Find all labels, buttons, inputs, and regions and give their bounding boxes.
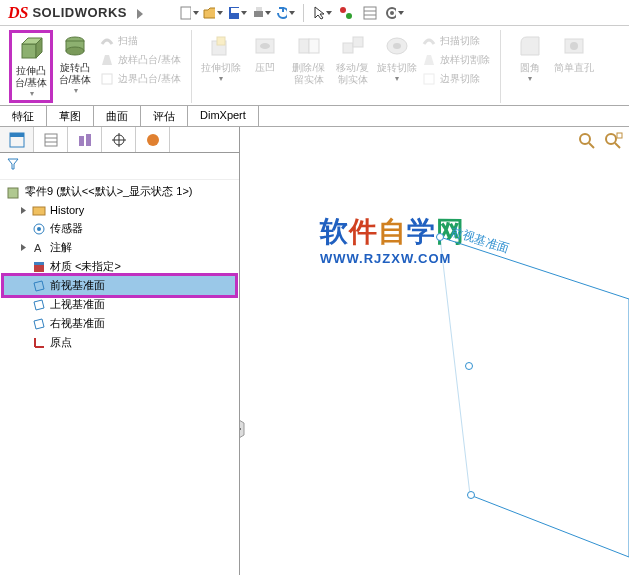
move-copy-button[interactable]: 移动/复制实体	[331, 30, 375, 88]
sweep-cut-button[interactable]: 扫描切除	[419, 32, 492, 50]
save-button[interactable]	[227, 3, 247, 23]
sweep-button[interactable]: 扫描	[97, 32, 183, 50]
svg-point-11	[390, 11, 394, 15]
display-tab[interactable]	[136, 127, 170, 152]
svg-rect-12	[22, 44, 36, 58]
part-icon	[6, 185, 22, 199]
revolve-icon	[61, 32, 89, 60]
tree-sensors[interactable]: 传感器	[4, 219, 235, 238]
loft-icon	[99, 52, 115, 68]
print-button[interactable]	[251, 3, 271, 23]
origin-icon	[31, 336, 47, 350]
fillet-button[interactable]: 圆角 ▾	[508, 30, 552, 85]
svg-rect-16	[102, 74, 112, 84]
expand-icon[interactable]	[18, 243, 28, 253]
svg-text:A: A	[34, 242, 42, 254]
svg-rect-24	[353, 37, 363, 47]
svg-point-5	[340, 7, 346, 13]
settings-button[interactable]	[384, 3, 404, 23]
svg-rect-36	[86, 134, 91, 146]
options-icon[interactable]	[360, 3, 380, 23]
plane-handle[interactable]	[465, 362, 473, 370]
tree-annotations[interactable]: A 注解	[4, 238, 235, 257]
tab-sketch[interactable]: 草图	[47, 106, 94, 126]
plane-icon	[31, 317, 47, 331]
plane-icon	[31, 279, 47, 293]
svg-rect-0	[181, 7, 191, 19]
revolve-cut-icon	[383, 32, 411, 60]
svg-rect-4	[256, 7, 262, 11]
svg-rect-47	[34, 262, 44, 265]
dropdown-arrow-icon: ▾	[30, 89, 34, 98]
chamfer-button[interactable]: 简单直孔	[552, 30, 596, 76]
undo-button[interactable]	[275, 3, 295, 23]
feature-tree-tab[interactable]	[0, 127, 34, 152]
svg-line-57	[470, 495, 629, 557]
svg-rect-7	[364, 7, 376, 19]
extrude-cut-button[interactable]: 拉伸切除 ▾	[199, 30, 243, 85]
filter-row	[0, 153, 239, 180]
command-tabs: 特征 草图 曲面 评估 DimXpert	[0, 105, 629, 127]
delete-keep-button[interactable]: 删除/保留实体	[287, 30, 331, 88]
svg-point-20	[260, 43, 270, 49]
svg-rect-23	[343, 43, 353, 53]
svg-rect-3	[254, 11, 263, 17]
config-tab[interactable]	[68, 127, 102, 152]
revolve-boss-button[interactable]: 旋转凸台/基体 ▾	[53, 30, 97, 97]
quick-toolbar	[179, 3, 404, 23]
svg-rect-42	[33, 207, 45, 215]
property-tab[interactable]	[34, 127, 68, 152]
annotation-icon: A	[31, 241, 47, 255]
sensor-icon	[31, 222, 47, 236]
history-icon	[31, 203, 47, 217]
dropdown-arrow-icon: ▾	[74, 86, 78, 95]
loft-cut-button[interactable]: 放样切割除	[419, 51, 492, 69]
move-copy-icon	[339, 32, 367, 60]
open-button[interactable]	[203, 3, 223, 23]
app-name: SOLIDWORKS	[32, 5, 127, 20]
svg-rect-21	[299, 39, 309, 53]
extrude-boss-button[interactable]: 拉伸凸台/基体 ▾	[9, 30, 53, 103]
tree-origin[interactable]: 原点	[4, 333, 235, 352]
work-area: 零件9 (默认<<默认>_显示状态 1>) History 传感器 A 注解 材	[0, 127, 629, 575]
chamfer-icon	[560, 32, 588, 60]
filter-icon[interactable]	[6, 157, 20, 171]
revolve-cut-button[interactable]: 旋转切除 ▾	[375, 30, 419, 85]
fillet-icon	[516, 32, 544, 60]
tab-dimxpert[interactable]: DimXpert	[188, 106, 259, 126]
svg-point-15	[66, 47, 84, 55]
svg-point-6	[346, 13, 352, 19]
tree-root[interactable]: 零件9 (默认<<默认>_显示状态 1>)	[4, 182, 235, 201]
svg-point-29	[570, 42, 578, 50]
plane-handle[interactable]	[467, 491, 475, 499]
dimxpert-tab[interactable]	[102, 127, 136, 152]
new-button[interactable]	[179, 3, 199, 23]
svg-point-40	[147, 134, 159, 146]
plane-handle[interactable]	[436, 233, 444, 241]
panel-collapse-icon[interactable]	[240, 417, 246, 445]
sweep-cut-icon	[421, 33, 437, 49]
boundary-cut-button[interactable]: 边界切除	[419, 70, 492, 88]
extrude-icon	[17, 35, 45, 63]
svg-rect-18	[217, 37, 225, 45]
graphics-viewport[interactable]: 软件自学网 WWW.RJZXW.COM 前视基准面	[240, 127, 629, 575]
material-icon	[31, 260, 47, 274]
tree-history[interactable]: History	[4, 201, 235, 219]
expand-icon[interactable]	[18, 205, 28, 215]
tab-features[interactable]: 特征	[0, 106, 47, 126]
boundary-button[interactable]: 边界凸台/基体	[97, 70, 183, 88]
feature-tree: 零件9 (默认<<默认>_显示状态 1>) History 传感器 A 注解 材	[0, 180, 239, 354]
front-plane-geometry[interactable]	[240, 127, 629, 575]
tab-evaluate[interactable]: 评估	[141, 106, 188, 126]
svg-rect-31	[10, 133, 24, 137]
tree-right-plane[interactable]: 右视基准面	[4, 314, 235, 333]
tree-top-plane[interactable]: 上视基准面	[4, 295, 235, 314]
select-button[interactable]	[312, 3, 332, 23]
rebuild-button[interactable]	[336, 3, 356, 23]
nav-forward-icon[interactable]	[135, 6, 149, 20]
svg-point-44	[37, 227, 41, 231]
tab-surface[interactable]: 曲面	[94, 106, 141, 126]
hole-button[interactable]: 压凹	[243, 30, 287, 76]
loft-button[interactable]: 放样凸台/基体	[97, 51, 183, 69]
loft-cut-icon	[421, 52, 437, 68]
